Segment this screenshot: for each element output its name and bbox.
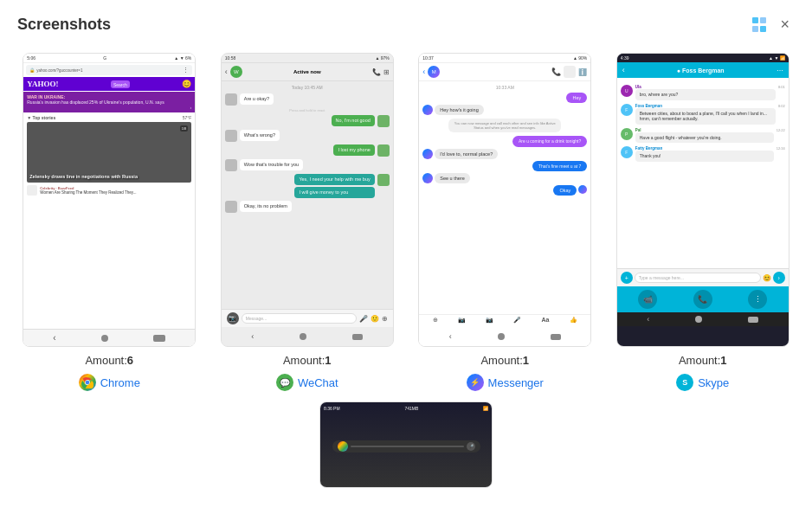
wechat-app-info: 💬 WeChat — [276, 374, 338, 391]
messenger-app-name: Messenger — [488, 376, 544, 389]
chrome-app-info: Chrome — [79, 374, 140, 391]
wechat-app-icon: 💬 — [276, 374, 293, 391]
skype-app-name: Skype — [698, 376, 729, 389]
bottom-thumbnail[interactable]: 8:36 PM 741MB 📶 🎤 — [319, 401, 493, 488]
skype-amount: Amount:1 — [679, 354, 727, 367]
bottom-row: 8:36 PM 741MB 📶 🎤 — [17, 401, 795, 488]
page-header: Screenshots × — [17, 14, 795, 35]
header-left: Screenshots — [17, 16, 111, 34]
wechat-amount: Amount:1 — [283, 354, 332, 367]
screenshot-item-bottom: 8:36 PM 741MB 📶 🎤 — [17, 401, 795, 488]
page-title: Screenshots — [17, 16, 111, 34]
skype-app-info: S Skype — [676, 374, 729, 391]
screenshot-item-messenger: 10:37 ▲ 90% ‹ M 📞 ℹ️ 10:33 AM Hey — [413, 53, 597, 391]
messenger-thumbnail[interactable]: 10:37 ▲ 90% ‹ M 📞 ℹ️ 10:33 AM Hey — [418, 53, 591, 347]
grid-view-icon[interactable] — [752, 17, 768, 33]
chrome-app-icon — [79, 374, 96, 391]
close-button[interactable]: × — [775, 14, 795, 35]
header-actions: × — [752, 14, 795, 35]
wechat-app-name: WeChat — [298, 376, 338, 389]
skype-thumbnail[interactable]: 4:39 ▲ ▼ 📶 ‹ ● Foss Bergman ⋯ U Ula bro,… — [616, 53, 789, 347]
messenger-app-info: ⚡ Messenger — [467, 374, 544, 391]
messenger-app-icon: ⚡ — [467, 374, 484, 391]
chrome-app-name: Chrome — [100, 376, 140, 389]
messenger-amount: Amount:1 — [480, 354, 529, 367]
screenshot-item-wechat: 10:58 ▲ 97% ‹ W Active now 📞 ⊞ Today 10:… — [216, 53, 400, 391]
skype-app-icon: S — [676, 374, 693, 391]
screenshot-item-skype: 4:39 ▲ ▼ 📶 ‹ ● Foss Bergman ⋯ U Ula bro,… — [611, 53, 796, 391]
wechat-thumbnail[interactable]: 10:58 ▲ 97% ‹ W Active now 📞 ⊞ Today 10:… — [221, 53, 394, 347]
chrome-amount: Amount:6 — [85, 354, 133, 367]
svg-point-1 — [85, 381, 89, 385]
screenshots-grid: 5:06 G ▲ ▼ 6% 🔒 yahoo.com/?guccounter=1 … — [17, 53, 795, 391]
chrome-thumbnail[interactable]: 5:06 G ▲ ▼ 6% 🔒 yahoo.com/?guccounter=1 … — [23, 53, 196, 347]
screenshot-item-chrome: 5:06 G ▲ ▼ 6% 🔒 yahoo.com/?guccounter=1 … — [17, 53, 202, 391]
